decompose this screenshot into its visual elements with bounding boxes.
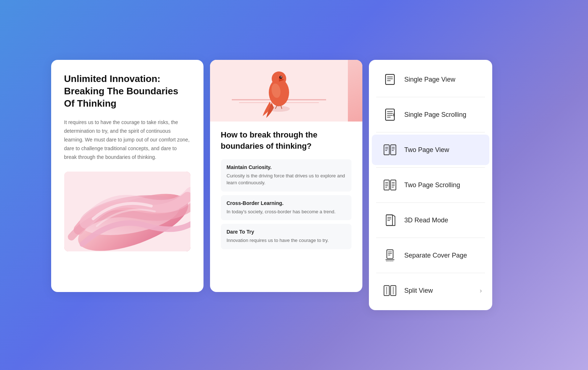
middle-card-image [210, 60, 362, 122]
left-card-title: Unlimited Innovation: Breaking The Bound… [64, 73, 190, 110]
divider-1 [376, 97, 485, 97]
svg-rect-34 [390, 180, 396, 190]
3d-read-mode-label: 3D Read Mode [404, 217, 448, 224]
divider-4 [376, 202, 485, 203]
two-page-view-icon [382, 142, 398, 158]
option-3d-read-mode[interactable]: 3D Read Mode [372, 205, 489, 235]
svg-rect-25 [384, 145, 389, 155]
two-page-view-label: Two Page View [404, 146, 449, 154]
option-split-view[interactable]: Split View › [372, 275, 489, 306]
svg-point-11 [280, 77, 281, 78]
section-item-title-3: Dare To Try [227, 229, 346, 235]
option-single-page-view[interactable]: Single Page View [372, 64, 489, 95]
split-view-icon [382, 283, 398, 299]
single-page-scrolling-icon [382, 107, 398, 123]
divider-5 [376, 238, 485, 238]
option-two-page-scrolling[interactable]: Two Page Scrolling [372, 170, 489, 200]
two-page-scrolling-label: Two Page Scrolling [404, 181, 460, 189]
middle-card: How to break through the boundaries of t… [210, 60, 362, 292]
section-item-body-3: Innovation requires us to have the coura… [227, 237, 346, 244]
single-page-scrolling-label: Single Page Scrolling [404, 111, 466, 119]
svg-rect-33 [384, 180, 389, 190]
svg-rect-15 [385, 74, 394, 85]
svg-rect-49 [387, 250, 393, 258]
3d-read-mode-icon [382, 212, 398, 228]
separate-cover-page-label: Separate Cover Page [404, 252, 467, 259]
split-view-label: Split View [404, 287, 433, 295]
section-item-crossborder: Cross-Border Learning. In today's societ… [221, 195, 351, 221]
middle-card-heading: How to break through the boundaries of t… [221, 130, 351, 152]
option-two-page-view[interactable]: Two Page View [372, 135, 489, 165]
left-card-body: It requires us to have the courage to ta… [64, 118, 190, 161]
ribbon-illustration [64, 172, 190, 251]
bird-illustration [210, 60, 348, 122]
section-item-body-2: In today's society, cross-border has bec… [227, 208, 346, 215]
middle-card-content: How to break through the boundaries of t… [210, 122, 362, 249]
single-page-view-icon [382, 71, 398, 87]
svg-rect-19 [385, 109, 394, 120]
section-item-daretotry: Dare To Try Innovation requires us to ha… [221, 224, 351, 249]
separate-cover-page-icon [382, 247, 398, 263]
svg-rect-26 [390, 145, 396, 155]
divider-2 [376, 132, 485, 132]
svg-rect-24 [393, 114, 394, 117]
option-separate-cover-page[interactable]: Separate Cover Page [372, 240, 489, 271]
svg-rect-43 [386, 215, 392, 225]
section-item-title-2: Cross-Border Learning. [227, 200, 346, 206]
two-page-scrolling-icon [382, 177, 398, 193]
single-page-view-label: Single Page View [404, 76, 456, 83]
section-item-body-1: Curiosity is the driving force that driv… [227, 172, 346, 186]
section-item-title-1: Maintain Curiosity. [227, 164, 346, 170]
section-item-curiosity: Maintain Curiosity. Curiosity is the dri… [221, 159, 351, 192]
main-container: Unlimited Innovation: Breaking The Bound… [40, 49, 548, 321]
left-card-image [64, 172, 190, 251]
split-view-chevron: › [480, 287, 482, 295]
divider-3 [376, 167, 485, 168]
option-single-page-scrolling[interactable]: Single Page Scrolling [372, 99, 489, 130]
divider-6 [376, 273, 485, 273]
right-card: Single Page View Single Page Scrolling [369, 60, 492, 310]
svg-point-14 [268, 106, 290, 112]
left-card: Unlimited Innovation: Breaking The Bound… [51, 60, 203, 292]
